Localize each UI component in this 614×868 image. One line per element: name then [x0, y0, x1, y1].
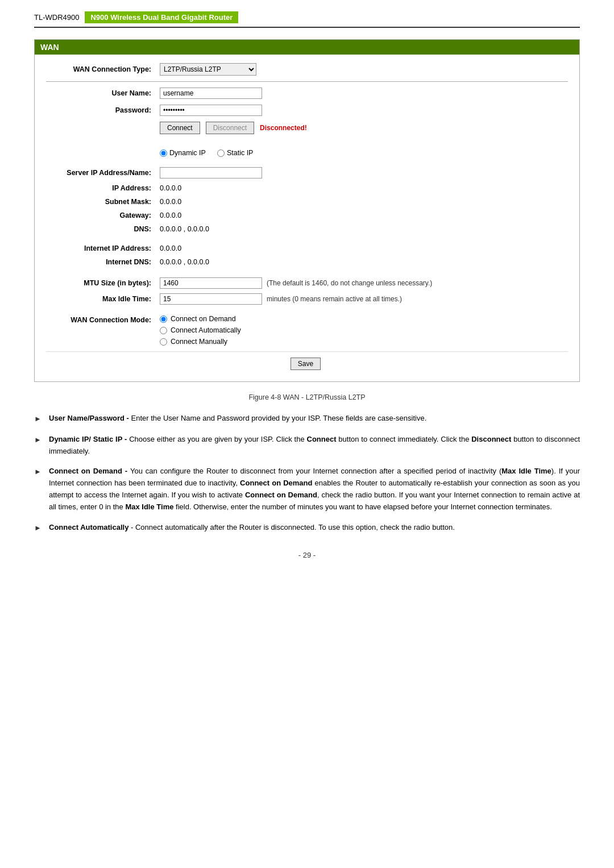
subnet-mask-value: 0.0.0.0	[160, 198, 181, 206]
disconnected-status: Disconnected!	[260, 124, 307, 132]
ip-address-row: IP Address: 0.0.0.0	[46, 184, 568, 192]
mode-demand-radio[interactable]	[160, 315, 167, 323]
max-idle-label: Max Idle Time:	[46, 295, 160, 303]
password-label: Password:	[46, 106, 160, 114]
wan-panel: WAN WAN Connection Type: L2TP/Russia L2T…	[34, 39, 580, 382]
wan-title: WAN	[35, 40, 579, 55]
username-label: User Name:	[46, 89, 160, 97]
internet-ip-label: Internet IP Address:	[46, 244, 160, 252]
bullet-3-cod: Connect on Demand	[240, 479, 312, 487]
bullet-4-bold: Connect Automatically	[49, 523, 128, 531]
bullet-text-4: Connect Automatically - Connect automati…	[49, 522, 580, 534]
bullet-arrow-1: ►	[34, 413, 43, 425]
internet-dns-row: Internet DNS: 0.0.0.0 , 0.0.0.0	[46, 258, 568, 266]
subnet-mask-row: Subnet Mask: 0.0.0.0	[46, 198, 568, 206]
max-idle-input[interactable]	[160, 293, 262, 305]
wan-connection-type-row: WAN Connection Type: L2TP/Russia L2TP	[46, 63, 568, 76]
bullet-3-bold: Connect on Demand -	[49, 467, 130, 475]
figure-caption: Figure 4-8 WAN - L2TP/Russia L2TP	[34, 393, 580, 401]
ip-type-row: Dynamic IP Static IP	[46, 144, 568, 161]
mode-auto-radio[interactable]	[160, 327, 167, 334]
dns-label: DNS:	[46, 225, 160, 233]
bullet-text-2: Dynamic IP/ Static IP - Choose either as…	[49, 434, 580, 458]
bullet-section: ► User Name/Password - Enter the User Na…	[34, 413, 580, 534]
internet-dns-value: 0.0.0.0 , 0.0.0.0	[160, 258, 209, 266]
connect-buttons-container: Connect Disconnect Disconnected!	[160, 122, 307, 134]
server-ip-field-container	[160, 167, 262, 178]
wan-mode-options: Connect on Demand Connect Automatically …	[160, 315, 241, 346]
bullet-arrow-2: ►	[34, 434, 43, 446]
ip-type-options: Dynamic IP Static IP	[160, 149, 253, 157]
mode-auto-label: Connect Automatically	[171, 326, 241, 334]
bullet-item-4: ► Connect Automatically - Connect automa…	[34, 522, 580, 534]
product-title: N900 Wireless Dual Band Gigabit Router	[85, 11, 238, 23]
bullet-3-max-idle: Max Idle Time	[501, 467, 551, 475]
connect-button[interactable]: Connect	[160, 122, 200, 134]
mode-auto-option[interactable]: Connect Automatically	[160, 326, 241, 334]
wan-connection-type-label: WAN Connection Type:	[46, 65, 160, 73]
bullet-item-1: ► User Name/Password - Enter the User Na…	[34, 413, 580, 425]
mode-manual-radio[interactable]	[160, 338, 167, 346]
gateway-row: Gateway: 0.0.0.0	[46, 211, 568, 219]
mtu-hint: (The default is 1460, do not change unle…	[267, 279, 432, 287]
username-input[interactable]	[160, 88, 262, 99]
internet-ip-row: Internet IP Address: 0.0.0.0	[46, 244, 568, 252]
username-row: User Name:	[46, 88, 568, 99]
dynamic-ip-label: Dynamic IP	[169, 149, 206, 157]
gateway-label: Gateway:	[46, 211, 160, 219]
password-row: Password:	[46, 105, 568, 116]
bullet-item-2: ► Dynamic IP/ Static IP - Choose either …	[34, 434, 580, 458]
server-ip-input[interactable]	[160, 167, 262, 178]
mode-manual-option[interactable]: Connect Manually	[160, 338, 241, 346]
page-number: - 29 -	[34, 551, 580, 559]
page-header: TL-WDR4900 N900 Wireless Dual Band Gigab…	[34, 11, 580, 28]
disconnect-button[interactable]: Disconnect	[206, 122, 254, 134]
mode-manual-label: Connect Manually	[171, 338, 227, 346]
bullet-text-1: User Name/Password - Enter the User Name…	[49, 413, 580, 425]
mtu-row: MTU Size (in bytes): (The default is 146…	[46, 277, 568, 289]
bullet-3-max-idle2: Max Idle Time	[125, 502, 173, 511]
bullet-item-3: ► Connect on Demand - You can configure …	[34, 466, 580, 513]
internet-ip-value: 0.0.0.0	[160, 244, 181, 252]
ip-address-label: IP Address:	[46, 184, 160, 192]
ip-address-value: 0.0.0.0	[160, 184, 181, 192]
server-ip-row: Server IP Address/Name:	[46, 167, 568, 178]
static-ip-radio[interactable]	[217, 149, 225, 157]
server-ip-label: Server IP Address/Name:	[46, 169, 160, 177]
bullet-2-bold: Dynamic IP/ Static IP -	[49, 435, 129, 443]
bullet-3-cod2: Connect on Demand	[245, 491, 317, 499]
static-ip-option[interactable]: Static IP	[217, 149, 254, 157]
save-button[interactable]: Save	[291, 358, 321, 370]
dns-value: 0.0.0.0 , 0.0.0.0	[160, 225, 209, 233]
max-idle-hint: minutes (0 means remain active at all ti…	[267, 295, 402, 303]
internet-dns-label: Internet DNS:	[46, 258, 160, 266]
mode-demand-option[interactable]: Connect on Demand	[160, 315, 241, 323]
dns-row: DNS: 0.0.0.0 , 0.0.0.0	[46, 225, 568, 233]
wan-mode-row: WAN Connection Mode: Connect on Demand C…	[46, 315, 568, 346]
mode-demand-label: Connect on Demand	[171, 315, 236, 323]
dynamic-ip-radio[interactable]	[160, 149, 167, 157]
bullet-arrow-4: ►	[34, 522, 43, 534]
subnet-mask-label: Subnet Mask:	[46, 198, 160, 206]
bullet-arrow-3: ►	[34, 466, 43, 478]
password-field-container	[160, 105, 262, 116]
wan-mode-label: WAN Connection Mode:	[46, 315, 160, 324]
username-field-container	[160, 88, 262, 99]
dynamic-ip-option[interactable]: Dynamic IP	[160, 149, 206, 157]
connect-buttons-row: Connect Disconnect Disconnected!	[46, 122, 568, 139]
mtu-input[interactable]	[160, 277, 262, 289]
bullet-2-disconnect: Disconnect	[471, 435, 511, 443]
mtu-label: MTU Size (in bytes):	[46, 279, 160, 287]
model-number: TL-WDR4900	[34, 13, 79, 22]
bullet-2-connect: Connect	[307, 435, 337, 443]
wan-connection-type-select[interactable]: L2TP/Russia L2TP	[160, 63, 256, 76]
static-ip-label: Static IP	[227, 149, 254, 157]
save-row: Save	[46, 351, 568, 373]
bullet-1-bold: User Name/Password -	[49, 414, 131, 422]
password-input[interactable]	[160, 105, 262, 116]
wan-connection-type-value: L2TP/Russia L2TP	[160, 63, 256, 76]
bullet-text-3: Connect on Demand - You can configure th…	[49, 466, 580, 513]
gateway-value: 0.0.0.0	[160, 211, 181, 219]
max-idle-row: Max Idle Time: minutes (0 means remain a…	[46, 293, 568, 305]
